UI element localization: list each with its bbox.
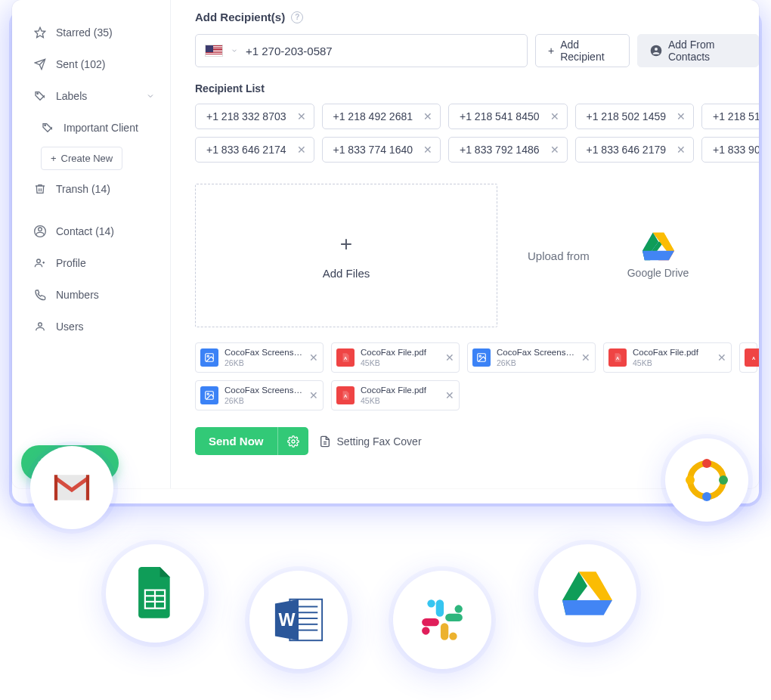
svg-point-17 [479,355,481,357]
file-chip[interactable]: CocoFax Screensho…26KB✕ [195,342,324,373]
send-now-button[interactable]: Send Now [195,427,308,455]
file-name: CocoFax Screensho… [224,348,303,358]
svg-marker-0 [35,27,45,37]
file-name: CocoFax File.pdf [361,386,439,395]
recipient-chip[interactable]: +1 218 332 8703✕ [195,104,314,129]
sidebar-item-labels[interactable]: Labels [27,82,161,110]
create-new-button[interactable]: + Create New [41,147,122,170]
close-icon[interactable]: ✕ [677,110,686,122]
sidebar-label-labels: Labels [56,90,87,102]
setting-fax-cover-link[interactable]: Setting Fax Cover [319,435,422,448]
close-icon[interactable]: ✕ [677,144,686,156]
recipient-chip[interactable]: +1 218 541 8450✕ [448,104,568,129]
svg-point-30 [686,475,695,485]
file-size: 45KB [361,358,439,367]
close-icon[interactable]: ✕ [445,389,454,401]
file-chip[interactable]: CocoFax Screensho…26KB✕ [467,342,596,373]
main-panel: Add Recipient(s) ? +1 270-203-0587 + Add… [171,0,759,488]
recipient-chip[interactable]: +1 833 646 2174✕ [195,137,314,163]
close-icon[interactable]: ✕ [581,352,590,364]
recipient-number: +1 218 516 8441 [713,110,759,122]
file-size: 45KB [361,396,439,405]
phone-input-value: +1 270-203-0587 [246,45,333,57]
upload-from-label: Upload from [528,249,590,262]
recipient-chip[interactable]: +1 218 502 1459✕ [575,104,695,129]
file-chip[interactable]: ACocoFax File.pdf45KB✕ [331,380,460,410]
phone-icon [33,288,47,302]
gear-icon [287,435,299,448]
add-recipient-button[interactable]: + Add Recipient [535,34,630,67]
integration-gmail[interactable] [30,446,113,529]
sidebar-item-numbers[interactable]: Numbers [27,280,161,309]
svg-point-1 [37,93,39,94]
recipient-chip[interactable]: +1 833 646 2179✕ [575,137,695,163]
svg-point-26 [690,463,723,497]
add-files-dropzone[interactable]: + Add Files [195,184,497,327]
svg-point-5 [37,259,41,263]
recipient-number: +1 218 541 8450 [460,110,540,122]
help-icon[interactable]: ? [291,11,303,23]
phone-input[interactable]: +1 270-203-0587 [195,34,528,67]
file-chip[interactable]: CocoFax Screensho…26KB✕ [195,380,324,410]
recipient-chip[interactable]: +1 833 774 1640✕ [322,137,441,163]
sidebar-item-trash[interactable]: Transh (14) [27,175,161,203]
file-name: CocoFax Screensho… [224,386,303,395]
recipient-number: +1 218 492 2681 [333,110,413,122]
close-icon[interactable]: ✕ [550,144,559,156]
close-icon[interactable]: ✕ [423,144,432,156]
close-icon[interactable]: ✕ [445,352,454,364]
file-name: CocoFax File.pdf [361,348,439,358]
sidebar-item-starred[interactable]: Starred (35) [27,18,161,47]
recipient-chip[interactable]: +1 218 516 8441✕ [701,104,759,129]
integration-gdrive[interactable] [538,544,636,643]
close-icon[interactable]: ✕ [297,144,306,156]
recipient-chip[interactable]: +1 833 900 3521✕ [701,137,759,163]
sidebar-item-profile[interactable]: Profile [27,249,161,277]
sidebar-label-trash: Transh (14) [56,183,110,195]
sidebar-label-contact: Contact (14) [56,225,114,237]
close-icon[interactable]: ✕ [423,110,432,122]
file-chip[interactable]: ACocoFax File.pdf45KB✕ [331,342,460,373]
file-chip[interactable]: ACocoFax File.pdf45KB✕ [603,342,732,373]
add-from-contacts-label: Add From Contacts [668,39,746,63]
svg-rect-42 [436,599,444,617]
upload-google-drive[interactable]: Google Drive [627,232,689,279]
recipient-number: +1 833 900 3521 [713,144,759,156]
create-new-label: Create New [61,153,113,164]
close-icon[interactable]: ✕ [309,352,318,364]
integration-word[interactable]: W [249,571,348,669]
sidebar-label-starred: Starred (35) [56,26,113,39]
document-icon [319,435,331,448]
close-icon[interactable]: ✕ [297,110,306,122]
recipient-chip[interactable]: +1 833 792 1486✕ [448,137,568,163]
integration-sheets[interactable] [106,544,204,643]
sidebar-item-sent[interactable]: Sent (102) [27,50,161,79]
svg-point-3 [39,228,42,231]
file-chip[interactable]: A [739,342,757,373]
image-icon [200,386,218,404]
chevron-down-icon[interactable] [231,47,238,54]
svg-point-45 [455,605,463,612]
recipient-number: +1 218 502 1459 [587,110,667,122]
send-options-button[interactable] [277,427,308,455]
sidebar-item-important-client[interactable]: Important Client [27,113,161,142]
plus-icon: + [548,45,554,57]
close-icon[interactable]: ✕ [717,352,726,364]
sidebar: Starred (35) Sent (102) Labels Important… [12,0,171,488]
recipient-chip[interactable]: +1 218 492 2681✕ [322,104,441,129]
trash-icon [33,182,47,196]
plus-icon: + [340,232,352,256]
paper-plane-icon [33,57,47,71]
integration-slack[interactable] [393,571,491,669]
close-icon[interactable]: ✕ [309,389,318,401]
uploaded-files-list: CocoFax Screensho…26KB✕ACocoFax File.pdf… [195,342,759,410]
svg-rect-46 [441,623,448,640]
pdf-icon: A [608,348,627,367]
close-icon[interactable]: ✕ [550,110,559,122]
recipient-number: +1 218 332 8703 [206,110,286,122]
svg-point-47 [449,633,457,640]
add-from-contacts-button[interactable]: Add From Contacts [637,34,759,67]
sidebar-item-users[interactable]: Users [27,312,161,341]
sidebar-item-contact[interactable]: Contact (14) [27,217,161,246]
integration-iwork[interactable] [665,438,748,522]
